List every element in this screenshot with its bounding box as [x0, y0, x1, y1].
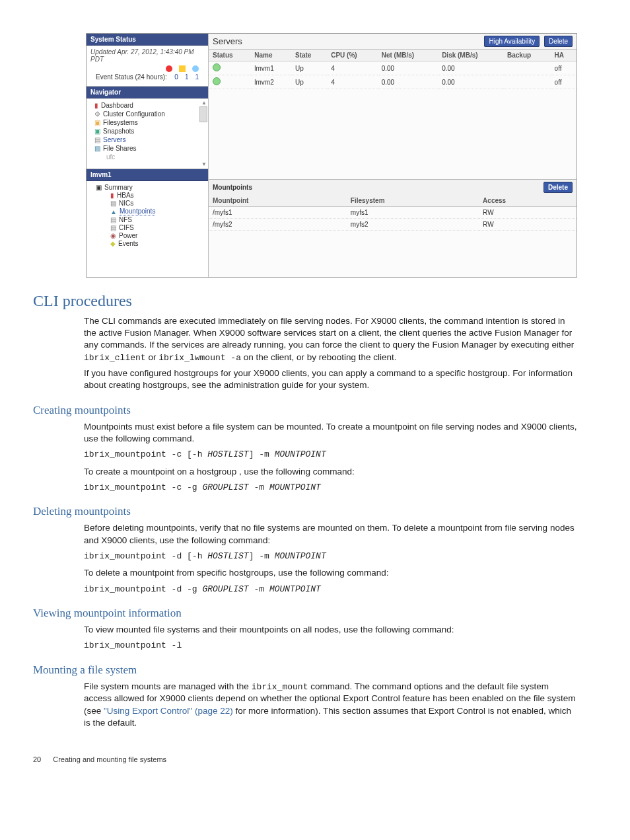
- server-detail-tree: ▣Summary ▮HBAs ▤NICs ▲Mountpoints ▤NFS ▤…: [87, 181, 208, 250]
- nav-item-snapshots[interactable]: ▣Snapshots: [87, 127, 208, 135]
- system-status-header: System Status: [87, 34, 208, 46]
- paragraph: If you have configured hostgroups for yo…: [84, 367, 577, 391]
- status-ok-icon: [213, 63, 221, 71]
- table-row[interactable]: /myfs1 myfs1 RW: [209, 207, 577, 219]
- paragraph: The CLI commands are executed immediatel…: [84, 315, 577, 363]
- col-backup[interactable]: Backup: [503, 50, 551, 61]
- servers-table: Status Name State CPU (%) Net (MB/s) Dis…: [209, 50, 577, 89]
- scroll-down-icon[interactable]: ▼: [201, 161, 207, 167]
- navigator-header: Navigator: [87, 87, 208, 98]
- tree-mountpoints[interactable]: ▲Mountpoints: [90, 207, 204, 215]
- col-access[interactable]: Access: [479, 195, 577, 207]
- status-ok-icon: [213, 77, 221, 85]
- section-heading: CLI procedures: [33, 292, 577, 310]
- scrollbar-handle[interactable]: [199, 106, 207, 122]
- paragraph: To delete a mountpoint from specific hos…: [84, 567, 577, 579]
- command-example: ibrix_mountpoint -c -g GROUPLIST -m MOUN…: [84, 482, 577, 494]
- management-console-screenshot: System Status Updated Apr. 27, 2012, 1:4…: [86, 33, 577, 278]
- server-detail-header: lmvm1: [87, 169, 208, 181]
- navigator-tree: ▲ ▼ ▮Dashboard ⚙Cluster Configuration ▣F…: [87, 98, 208, 169]
- nav-item-file-shares[interactable]: ▤File Shares: [87, 144, 208, 153]
- col-state[interactable]: State: [291, 50, 327, 61]
- nav-item-dashboard[interactable]: ▮Dashboard: [87, 101, 208, 110]
- tree-summary[interactable]: ▣Summary: [90, 184, 204, 191]
- page-footer: 20 Creating and mounting file systems: [33, 755, 577, 763]
- footer-chapter-title: Creating and mounting file systems: [53, 755, 166, 763]
- nav-item-servers[interactable]: ▤Servers: [87, 135, 208, 144]
- cross-reference-link[interactable]: "Using Export Control" (page 22): [104, 706, 233, 716]
- subsection-heading: Mounting a file system: [33, 664, 577, 677]
- warning-icon: [179, 65, 186, 72]
- paragraph: File system mounts are managed with the …: [84, 681, 577, 729]
- tree-hbas[interactable]: ▮HBAs: [90, 191, 204, 199]
- error-count: 0: [174, 73, 178, 81]
- delete-mountpoints-button[interactable]: Delete: [543, 182, 573, 193]
- col-name[interactable]: Name: [250, 50, 291, 61]
- subsection-heading: Deleting mountpoints: [33, 505, 577, 518]
- col-net[interactable]: Net (MB/s): [378, 50, 438, 61]
- col-cpu[interactable]: CPU (%): [327, 50, 378, 61]
- servers-title: Servers: [213, 36, 242, 46]
- tree-nics[interactable]: ▤NICs: [90, 199, 204, 207]
- tree-cifs[interactable]: ▤CIFS: [90, 223, 204, 231]
- status-updated: Updated Apr. 27, 2012, 1:43:40 PM PDT: [90, 48, 204, 63]
- table-row[interactable]: lmvm2 Up 4 0.00 0.00 off: [209, 75, 577, 89]
- error-icon: [166, 65, 172, 72]
- col-status[interactable]: Status: [209, 50, 250, 61]
- command-example: ibrix_mountpoint -l: [84, 640, 577, 652]
- table-row[interactable]: /myfs2 myfs2 RW: [209, 219, 577, 231]
- info-icon: [192, 65, 199, 72]
- nav-item-cluster-config[interactable]: ⚙Cluster Configuration: [87, 110, 208, 118]
- warning-count: 1: [185, 73, 189, 81]
- tree-power[interactable]: ◉Power: [90, 231, 204, 239]
- scroll-up-icon[interactable]: ▲: [201, 100, 207, 106]
- high-availability-button[interactable]: High Availability: [484, 36, 540, 47]
- nav-item-filesystems[interactable]: ▣Filesystems: [87, 118, 208, 127]
- info-count: 1: [195, 73, 199, 81]
- mountpoints-table: Mountpoint Filesystem Access /myfs1 myfs…: [209, 195, 577, 231]
- subsection-heading: Viewing mountpoint information: [33, 607, 577, 620]
- delete-servers-button[interactable]: Delete: [544, 36, 573, 47]
- paragraph: Before deleting mountpoints, verify that…: [84, 522, 577, 546]
- system-status-body: Updated Apr. 27, 2012, 1:43:40 PM PDT Ev…: [87, 46, 208, 87]
- tree-events[interactable]: ◆Events: [90, 239, 204, 247]
- col-mountpoint[interactable]: Mountpoint: [209, 195, 347, 207]
- paragraph: To create a mountpoint on a hostgroup , …: [84, 466, 577, 478]
- table-row[interactable]: lmvm1 Up 4 0.00 0.00 off: [209, 61, 577, 75]
- col-filesystem[interactable]: Filesystem: [347, 195, 479, 207]
- command-example: ibrix_mountpoint -c [-h HOSTLIST] -m MOU…: [84, 449, 577, 461]
- col-disk[interactable]: Disk (MB/s): [438, 50, 503, 61]
- subsection-heading: Creating mountpoints: [33, 404, 577, 417]
- event-status-label: Event Status (24 hours):: [96, 73, 167, 81]
- command-example: ibrix_mountpoint -d [-h HOSTLIST] -m MOU…: [84, 551, 577, 562]
- command-example: ibrix_mountpoint -d -g GROUPLIST -m MOUN…: [84, 584, 577, 595]
- nav-item-ufc[interactable]: ufc: [87, 153, 208, 161]
- mountpoints-header: Mountpoints Delete: [209, 180, 577, 195]
- col-ha[interactable]: HA: [551, 50, 577, 61]
- paragraph: Mountpoints must exist before a file sys…: [84, 421, 577, 445]
- servers-panel-header: Servers High Availability Delete: [209, 34, 577, 50]
- tree-nfs[interactable]: ▤NFS: [90, 215, 204, 223]
- page-number: 20: [33, 755, 41, 763]
- paragraph: To view mounted file systems and their m…: [84, 624, 577, 636]
